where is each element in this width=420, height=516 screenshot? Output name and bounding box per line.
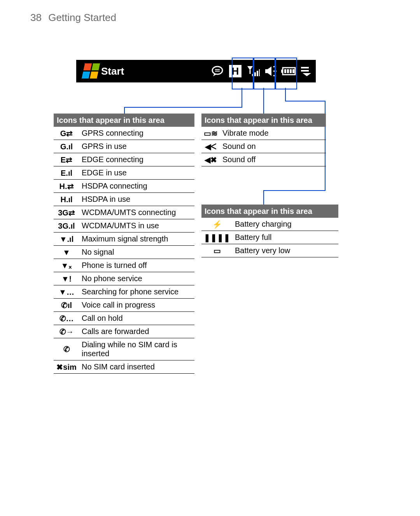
signal-item-icon: ▼ [54,246,79,259]
signal-item-label: Calls are forwarded [79,325,194,338]
signal-item-label: GPRS connecting [79,127,194,140]
signal-item-icon: ✆→ [54,325,79,338]
table-row: ❚❚❚❚Battery full [201,231,338,244]
battery-icons-table: Icons that appear in this area ⚡Battery … [201,205,338,257]
table-row: E.ılEDGE in use [54,166,194,180]
signal-item-label: EDGE in use [79,166,194,180]
signal-item-icon: ▼… [54,285,79,299]
svg-point-0 [212,66,222,74]
signal-item-label: Maximum signal strength [79,233,194,246]
menu-icon [298,63,316,79]
sound-item-label: Vibrate mode [220,127,326,140]
signal-item-icon: E.ıl [54,166,79,180]
table-row: ✆Dialing while no SIM card is inserted [54,338,194,360]
signal-item-icon: G⇄ [54,127,79,140]
table-row: H.⇄HSDPA connecting [54,180,194,193]
battery-item-label: Battery charging [233,218,338,231]
signal-item-icon: ✆ [54,338,79,360]
signal-item-label: HSDPA in use [79,193,194,206]
table-row: ◀✖Sound off [201,153,326,166]
signal-item-label: Phone is turned off [79,259,194,272]
table-row: ✆ılVoice call in progress [54,299,194,312]
signal-item-icon: 3G⇄ [54,206,79,219]
table-row: ✆→Calls are forwarded [54,325,194,338]
page-header: 38 Getting Started [30,12,116,24]
signal-item-label: No signal [79,246,194,259]
table-row: E⇄EDGE connecting [54,153,194,166]
signal-item-icon: H.⇄ [54,180,79,193]
sound-table-title: Icons that appear in this area [201,114,326,127]
signal-item-label: WCDMA/UMTS connecting [79,206,194,219]
signal-icons-table: Icons that appear in this area G⇄GPRS co… [54,114,194,374]
battery-item-label: Battery very low [233,244,338,257]
table-row: ▼.ılMaximum signal strength [54,233,194,246]
highlight-signal [232,58,254,89]
signal-item-label: GPRS in use [79,140,194,153]
table-row: ◀ᐸSound on [201,140,326,153]
signal-item-icon: ✆ıl [54,299,79,312]
signal-item-label: Call on hold [79,312,194,325]
signal-item-label: No phone service [79,272,194,285]
battery-item-icon: ⚡ [201,218,233,231]
signal-table-title: Icons that appear in this area [54,114,194,127]
table-row: ✆…Call on hold [54,312,194,325]
signal-item-label: WCDMA/UMTS in use [79,219,194,233]
table-row: ⚡Battery charging [201,218,338,231]
table-row: ✖simNo SIM card inserted [54,360,194,374]
signal-item-label: No SIM card inserted [79,360,194,374]
section-title: Getting Started [48,12,116,23]
sound-item-icon: ▭≋ [201,127,220,140]
battery-table-title: Icons that appear in this area [201,205,338,218]
signal-item-icon: ✖sim [54,360,79,374]
sound-item-icon: ◀✖ [201,153,220,166]
signal-item-label: EDGE connecting [79,153,194,166]
signal-item-label: Searching for phone service [79,285,194,299]
sound-item-label: Sound off [220,153,326,166]
chat-icon [208,63,226,79]
sound-item-label: Sound on [220,140,326,153]
signal-item-label: HSDPA connecting [79,180,194,193]
sound-item-icon: ◀ᐸ [201,140,220,153]
battery-item-icon: ❚❚❚❚ [201,231,233,244]
battery-item-label: Battery full [233,231,338,244]
highlight-battery [275,58,297,89]
signal-item-icon: G.ıl [54,140,79,153]
table-row: ▼…Searching for phone service [54,285,194,299]
signal-item-icon: ✆… [54,312,79,325]
signal-item-icon: 3G.ıl [54,219,79,233]
signal-item-label: Voice call in progress [79,299,194,312]
signal-item-icon: ▼! [54,272,79,285]
highlight-sound [254,58,275,89]
table-row: ▼!No phone service [54,272,194,285]
table-row: ▭≋Vibrate mode [201,127,326,140]
table-row: G.ılGPRS in use [54,140,194,153]
battery-item-icon: ▭ [201,244,233,257]
page-number: 38 [30,12,42,23]
start-label: Start [101,65,124,77]
signal-item-icon: ▼.ıl [54,233,79,246]
windows-logo-icon [82,63,101,79]
signal-item-icon: ▼ₓ [54,259,79,272]
table-row: H.ılHSDPA in use [54,193,194,206]
table-row: G⇄GPRS connecting [54,127,194,140]
table-row: ▼No signal [54,246,194,259]
table-row: 3G.ılWCDMA/UMTS in use [54,219,194,233]
signal-item-icon: H.ıl [54,193,79,206]
signal-item-icon: E⇄ [54,153,79,166]
table-row: 3G⇄WCDMA/UMTS connecting [54,206,194,219]
sound-icons-table: Icons that appear in this area ▭≋Vibrate… [201,114,326,166]
table-row: ▼ₓPhone is turned off [54,259,194,272]
signal-item-label: Dialing while no SIM card is inserted [79,338,194,360]
table-row: ▭Battery very low [201,244,338,257]
